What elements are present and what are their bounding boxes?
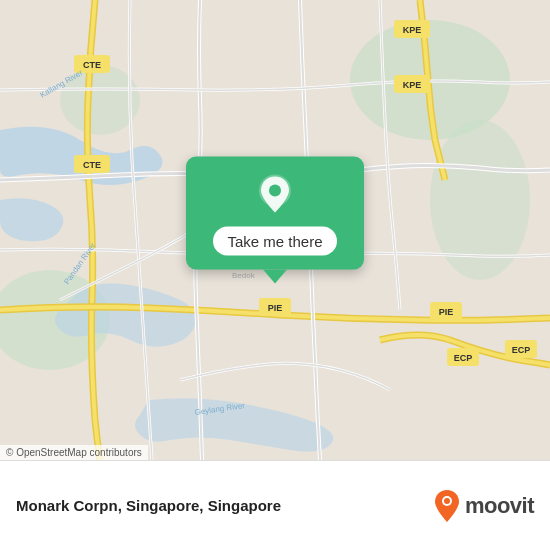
svg-text:KPE: KPE [403,80,422,90]
moovit-pin-icon [433,488,461,524]
location-name: Monark Corpn, Singapore, Singapore [16,497,281,514]
svg-text:Bedok: Bedok [232,271,256,280]
popup-label[interactable]: Take me there [213,227,336,256]
app: CTE CTE KPE KPE PIE PIE ECP ECP K [0,0,550,550]
svg-point-26 [269,185,281,197]
moovit-logo: moovit [433,488,534,524]
svg-text:ECP: ECP [454,353,473,363]
svg-text:CTE: CTE [83,60,101,70]
svg-text:CTE: CTE [83,160,101,170]
svg-text:ECP: ECP [512,345,531,355]
map-pin-icon [253,173,297,217]
location-info: Monark Corpn, Singapore, Singapore [16,497,281,514]
info-bar: Monark Corpn, Singapore, Singapore moovi… [0,460,550,550]
map-container[interactable]: CTE CTE KPE KPE PIE PIE ECP ECP K [0,0,550,460]
svg-text:PIE: PIE [439,307,454,317]
svg-text:KPE: KPE [403,25,422,35]
moovit-brand-text: moovit [465,493,534,519]
svg-text:PIE: PIE [268,303,283,313]
map-attribution: © OpenStreetMap contributors [0,445,148,460]
popup-card[interactable]: Take me there [186,157,364,270]
svg-point-28 [444,498,450,504]
